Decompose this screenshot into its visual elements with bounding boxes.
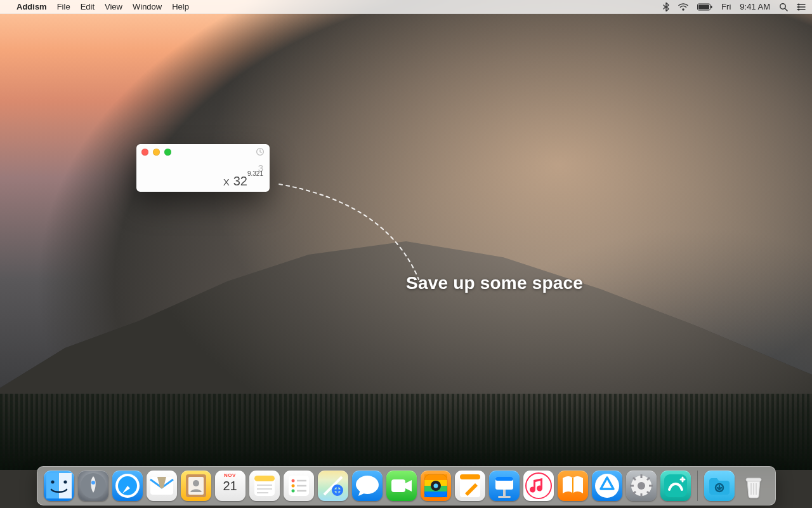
calendar-day: 21	[223, 479, 237, 493]
window-traffic-lights	[141, 149, 171, 156]
dock-keynote-icon[interactable]	[489, 471, 520, 501]
calc-prev-value: 3	[143, 163, 263, 173]
menubar: Addism File Edit View Window Help Fri 9:…	[0, 0, 812, 14]
notification-center-icon[interactable]	[797, 3, 806, 11]
dock-safari-icon[interactable]	[112, 471, 143, 501]
dock-maps-icon[interactable]	[318, 471, 348, 501]
dock: NOV21	[37, 466, 776, 505]
history-icon[interactable]	[256, 147, 265, 159]
menubar-day[interactable]: Fri	[721, 2, 731, 11]
calc-current-value: 329.321	[233, 174, 263, 188]
dock-mail-icon[interactable]	[147, 471, 177, 501]
dock-downloads-icon[interactable]	[704, 471, 735, 501]
dock-launchpad-icon[interactable]	[78, 471, 108, 501]
svg-point-3	[780, 3, 785, 8]
dock-separator	[697, 471, 698, 501]
menubar-item-help[interactable]: Help	[172, 2, 189, 11]
dock-messages-icon[interactable]	[352, 471, 383, 501]
calc-base: 32	[233, 174, 247, 188]
svg-point-8	[797, 3, 799, 5]
calc-display: 3 X 329.321	[143, 163, 263, 188]
bluetooth-icon[interactable]	[663, 3, 669, 11]
svg-rect-2	[711, 6, 712, 8]
calc-exponent: 9.321	[247, 170, 263, 177]
svg-point-9	[797, 6, 799, 8]
dock-reminders-icon[interactable]	[284, 471, 314, 501]
menubar-time[interactable]: 9:41 AM	[740, 2, 770, 11]
svg-line-4	[785, 8, 788, 11]
dock-ibooks-icon[interactable]	[558, 471, 588, 501]
svg-rect-1	[698, 4, 709, 9]
wallpaper-treeline	[0, 394, 812, 470]
promo-caption: Save up some space	[406, 273, 583, 293]
menubar-item-window[interactable]: Window	[133, 2, 162, 11]
menubar-app-name[interactable]: Addism	[16, 2, 47, 11]
menubar-item-view[interactable]: View	[105, 2, 122, 11]
dock-finder-icon[interactable]	[44, 471, 74, 501]
dock-facetime-icon[interactable]	[386, 471, 417, 501]
dock-pages-icon[interactable]	[455, 471, 485, 501]
dock-notes-icon[interactable]	[249, 471, 280, 501]
dock-contacts-icon[interactable]	[181, 471, 211, 501]
wifi-icon[interactable]	[678, 3, 688, 11]
battery-icon[interactable]	[697, 3, 712, 11]
svg-point-10	[797, 8, 799, 10]
menubar-item-file[interactable]: File	[57, 2, 70, 11]
dock-sysprefs-icon[interactable]	[626, 471, 657, 501]
spotlight-icon[interactable]	[779, 3, 788, 11]
window-minimize-button[interactable]	[153, 149, 160, 156]
dock-calendar-icon[interactable]: NOV21	[215, 471, 246, 501]
menubar-item-edit[interactable]: Edit	[81, 2, 95, 11]
calendar-month: NOV	[215, 472, 246, 478]
dock-trash-icon[interactable]	[738, 471, 769, 501]
calc-operator: X	[223, 177, 230, 188]
dock-appstore-icon[interactable]	[592, 471, 622, 501]
window-zoom-button[interactable]	[164, 149, 171, 156]
dock-itunes-icon[interactable]	[523, 471, 554, 501]
dock-addism-dock-icon[interactable]	[660, 471, 691, 501]
dock-photobooth-icon[interactable]	[421, 471, 451, 501]
addism-window[interactable]: 3 X 329.321	[136, 144, 270, 192]
window-close-button[interactable]	[141, 149, 148, 156]
